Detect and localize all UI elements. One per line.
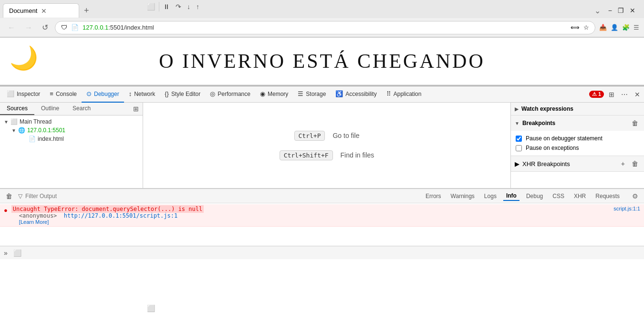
xhr-actions: + 🗑 — [619, 159, 640, 168]
address-bar[interactable]: 🛡 📄 127.0.0.1:5501/index.html ⟺ ☆ — [55, 21, 595, 34]
memory-label: Memory — [268, 91, 288, 97]
nav-extras: 📥 👤 🧩 ☰ — [599, 24, 639, 31]
url-display: 127.0.0.1:5501/index.html — [83, 24, 567, 31]
main-thread-item[interactable]: ▼ ⬜ Main Thread — [2, 117, 141, 126]
sources-tab-sources[interactable]: Sources — [0, 103, 34, 115]
url-path: :5501/index.html — [108, 24, 154, 31]
shield-icon: 🛡 — [61, 24, 67, 31]
tab-accessibility[interactable]: ♿ Accessibility — [331, 86, 381, 103]
stack-trace-anonymous: <anonymous> http://127.0.0.1:5501/script… — [11, 212, 614, 219]
clear-console-btn[interactable]: 🗑 — [4, 191, 14, 201]
error-badge: ⚠ 1 — [589, 91, 604, 98]
file-item[interactable]: 📄 index.html — [2, 135, 141, 143]
pocket-icon[interactable]: 📥 — [599, 24, 607, 31]
console-tab-debug[interactable]: Debug — [523, 192, 546, 200]
breakpoints-panel: ▶ Watch expressions ▼ Breakpoints 🗑 Paus — [510, 103, 644, 188]
console-settings-btn[interactable]: ⚙ — [630, 191, 640, 201]
tab-style-editor[interactable]: {} Style Editor — [160, 86, 205, 103]
pause-debugger-label: Pause on debugger statement — [526, 135, 602, 142]
style-editor-label: Style Editor — [171, 91, 200, 97]
console-label: Console — [56, 91, 77, 97]
accessibility-icon: ♿ — [335, 90, 343, 97]
collapse-sources-btn[interactable]: ⊞ — [131, 104, 141, 114]
filter-input[interactable] — [25, 193, 83, 200]
tab-memory[interactable]: ◉ Memory — [255, 86, 293, 103]
error-message-row: ● Uncaught TypeError: document.querySele… — [0, 204, 644, 227]
pause-btn[interactable]: ⏸ — [161, 2, 172, 11]
moon-icon: 🌙 — [10, 45, 38, 72]
page-title: O Inverno Está Chegando — [159, 50, 485, 73]
url-protocol: 127.0.0.1 — [83, 24, 108, 31]
console-tab-warnings[interactable]: Warnings — [448, 192, 478, 200]
pause-debugger-checkbox[interactable] — [516, 136, 522, 142]
application-label: Application — [394, 91, 422, 97]
editor-bottom-btn[interactable]: ⬜ — [145, 304, 157, 313]
menu-icon[interactable]: ☰ — [634, 24, 639, 31]
tab-inspector[interactable]: ⬜ Inspector — [2, 86, 45, 103]
error-location[interactable]: script.js:1:1 — [613, 206, 640, 211]
extensions-icon[interactable]: 🧩 — [622, 24, 630, 31]
tab-storage[interactable]: ☰ Storage — [293, 86, 331, 103]
step-over-btn[interactable]: ↷ — [174, 2, 183, 11]
debugger-body: Sources Outline Search ⊞ ▼ ⬜ Main Thread — [0, 103, 644, 189]
console-tab-xhr[interactable]: XHR — [571, 192, 589, 200]
more-options-btn[interactable]: ⋯ — [619, 90, 630, 99]
window-controls: − ❐ ✕ — [602, 7, 641, 14]
minimize-btn[interactable]: − — [608, 7, 612, 14]
sources-panel: Sources Outline Search ⊞ ▼ ⬜ Main Thread — [0, 103, 143, 188]
watch-expressions-header[interactable]: ▶ Watch expressions — [511, 103, 644, 115]
console-tab-errors[interactable]: Errors — [423, 192, 444, 200]
stack-url-link[interactable]: http://127.0.0.1:5501/script.js:1 — [64, 212, 177, 219]
console-tabs: Errors Warnings Logs Info Debug CSS — [423, 191, 640, 201]
refresh-btn[interactable]: ↺ — [39, 22, 51, 33]
translate-icon: ⟺ — [571, 24, 580, 31]
bottom-bar: » ⬜ — [0, 246, 644, 259]
tab-list-btn[interactable]: ⌄ — [594, 6, 601, 15]
delete-xhr-btn[interactable]: 🗑 — [630, 159, 640, 168]
step-in-btn[interactable]: ↓ — [185, 2, 192, 11]
restore-btn[interactable]: ❐ — [618, 7, 624, 14]
add-xhr-btn[interactable]: + — [619, 159, 627, 168]
console-tab-info[interactable]: Info — [503, 191, 519, 201]
delete-breakpoints-btn[interactable]: 🗑 — [630, 118, 640, 128]
tab-application[interactable]: ⠿ Application — [382, 86, 426, 103]
xhr-breakpoints-label: XHR Breakpoints — [522, 160, 570, 168]
error-message-text: Uncaught TypeError: document.querySelect… — [11, 205, 204, 213]
console-messages: ● Uncaught TypeError: document.querySele… — [0, 203, 644, 246]
tab-console[interactable]: ≡ Console — [45, 86, 82, 103]
expand-panel-btn[interactable]: » — [4, 249, 8, 257]
browser-tab[interactable]: Document ✕ — [3, 3, 79, 18]
page-content: 🌙 O Inverno Está Chegando — [0, 38, 644, 85]
forward-btn[interactable]: → — [22, 22, 35, 33]
tab-performance[interactable]: ◎ Performance — [205, 86, 255, 103]
main-thread-arrow: ▼ — [4, 119, 9, 125]
back-btn[interactable]: ← — [5, 22, 18, 33]
pause-exceptions-checkbox[interactable] — [516, 145, 522, 151]
close-devtools-btn[interactable]: ✕ — [633, 90, 642, 99]
debugger-toolbar-btn[interactable]: ⬜ — [145, 2, 157, 11]
tab-network[interactable]: ↕ Network — [124, 86, 160, 103]
profile-icon[interactable]: 👤 — [611, 24, 618, 31]
error-text-line: Uncaught TypeError: document.querySelect… — [11, 206, 614, 212]
new-tab-btn[interactable]: + — [81, 6, 92, 16]
tab-debugger[interactable]: ⊙ Debugger — [82, 86, 124, 103]
server-item[interactable]: ▼ 🌐 127.0.0.1:5501 — [2, 126, 141, 135]
console-tab-requests[interactable]: Requests — [592, 192, 623, 200]
breakpoints-label: Breakpoints — [522, 120, 555, 126]
inspector-label: Inspector — [17, 91, 40, 97]
layout-toggle-btn[interactable]: ⊞ — [607, 90, 616, 99]
shortcut-key-1: Ctrl+P — [294, 131, 325, 141]
devtools-tab-extras: ⚠ 1 ⊞ ⋯ ✕ — [589, 90, 642, 99]
sources-tab-outline[interactable]: Outline — [34, 103, 66, 115]
sources-tab-search[interactable]: Search — [66, 103, 97, 115]
breakpoints-header[interactable]: ▼ Breakpoints 🗑 — [511, 116, 644, 131]
step-out-btn[interactable]: ↑ — [194, 2, 201, 11]
bottom-settings-btn[interactable]: ⬜ — [11, 248, 23, 258]
tab-close-btn[interactable]: ✕ — [41, 7, 47, 15]
console-tab-logs[interactable]: Logs — [481, 192, 499, 200]
close-btn[interactable]: ✕ — [630, 7, 635, 14]
page-icon: 📄 — [71, 24, 79, 31]
console-tab-css[interactable]: CSS — [550, 192, 567, 200]
anonymous-label: <anonymous> — [19, 212, 57, 219]
learn-more-link[interactable]: [Learn More] — [11, 219, 614, 225]
